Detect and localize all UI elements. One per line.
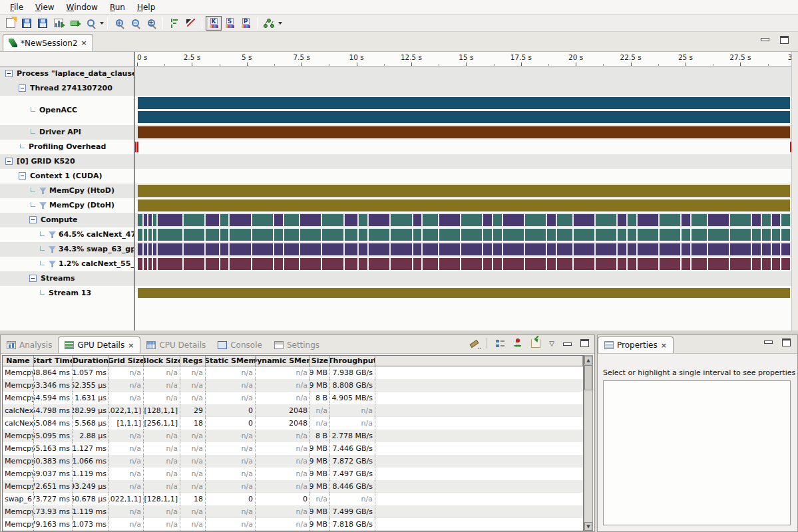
tree-item-label[interactable]: Profiling Overhead	[0, 140, 135, 154]
table-cell[interactable]: Memcpy	[3, 366, 34, 379]
interval-segment[interactable]	[438, 214, 460, 226]
analysis-tree-dropdown[interactable]	[278, 22, 282, 25]
tree-item-label[interactable]: 64.5% calcNext_47_...	[0, 227, 135, 242]
marker-arrow-button[interactable]	[182, 16, 198, 31]
timeline-lane[interactable]	[135, 96, 791, 125]
table-cell[interactable]: Memcpy	[3, 379, 34, 392]
table-cell[interactable]: 154.594 ms	[34, 392, 73, 404]
tab-gpu-details[interactable]: GPU Details×	[58, 336, 140, 353]
table-cell[interactable]: n/a	[144, 505, 180, 518]
table-row[interactable]: Memcpy155.095 ms2.88 µsn/an/an/an/an/a8 …	[3, 430, 583, 442]
menu-view[interactable]: View	[29, 1, 60, 13]
interval-segment[interactable]	[680, 214, 690, 226]
table-cell[interactable]: n/a	[256, 379, 310, 392]
table-cell[interactable]: 155.084 ms	[34, 417, 73, 430]
tree-item-label[interactable]: 1.2% calcNext_55_g...	[0, 257, 135, 271]
table-cell[interactable]: 7.497 GB/s	[330, 467, 375, 480]
table-cell[interactable]: n/a	[144, 430, 180, 442]
tab-cpu-details[interactable]: CPU Details	[140, 336, 212, 353]
column-header[interactable]: Size	[310, 356, 330, 366]
table-cell[interactable]: n/a	[256, 480, 310, 493]
table-cell[interactable]: n/a	[256, 392, 310, 404]
table-cell[interactable]: n/a	[206, 505, 256, 518]
table-cell[interactable]: 155.095 ms	[34, 430, 73, 442]
tree-item-label[interactable]: Compute	[0, 213, 135, 227]
timeline-lane[interactable]	[135, 213, 791, 227]
table-cell[interactable]: n/a	[144, 455, 180, 467]
collapse-icon[interactable]	[5, 70, 13, 77]
interval-segment[interactable]	[616, 214, 626, 226]
table-cell[interactable]: Memcpy	[3, 505, 34, 518]
table-cell[interactable]: n/a	[256, 505, 310, 518]
table-cell[interactable]: n/a	[256, 455, 310, 467]
table-cell[interactable]: n/a	[180, 467, 206, 480]
table-row[interactable]: Memcpy172.651 ms93.249 µsn/an/an/an/an/a…	[3, 480, 583, 493]
tree-item-label[interactable]: MemCpy (HtoD)	[0, 184, 135, 198]
timeline-lane[interactable]	[135, 271, 791, 286]
table-cell[interactable]: n/a	[310, 417, 330, 430]
table-cell[interactable]: [128,1,1]	[144, 493, 180, 505]
table-row[interactable]: Memcpy179.163 ms1.073 msn/an/an/an/an/a9…	[3, 518, 583, 531]
tab-analysis[interactable]: Analysis	[1, 336, 58, 353]
marker-flag-button[interactable]	[166, 16, 182, 31]
interval-bar[interactable]	[138, 126, 790, 138]
table-cell[interactable]: n/a	[206, 366, 256, 379]
tree-item-label[interactable]: Process "laplace_data_clauses 10...	[0, 66, 135, 81]
tree-item-label[interactable]: Stream 13	[0, 286, 135, 301]
tree-item-label[interactable]: Thread 2741307200	[0, 81, 135, 96]
collapse-icon[interactable]	[5, 158, 13, 165]
outline-icon[interactable]	[496, 339, 504, 348]
table-cell[interactable]: Memcpy	[3, 467, 34, 480]
table-cell[interactable]: 9 MB	[310, 379, 330, 392]
table-cell[interactable]: Memcpy	[3, 480, 34, 493]
table-cell[interactable]: n/a	[144, 467, 180, 480]
table-cell[interactable]: 1.073 ms	[73, 518, 109, 531]
new-session-button[interactable]	[3, 16, 19, 31]
timeline-lane[interactable]	[135, 125, 791, 140]
column-header[interactable]: Static SMem	[206, 356, 256, 366]
column-header[interactable]: Start Time	[34, 356, 73, 366]
interval-segment[interactable]	[156, 214, 182, 226]
table-cell[interactable]: n/a	[109, 366, 144, 379]
table-cell[interactable]: 1.127 ms	[73, 442, 109, 455]
interval-segment[interactable]	[343, 214, 358, 226]
table-cell[interactable]: 154.798 ms	[34, 404, 73, 417]
table-cell[interactable]: calcNext	[3, 404, 34, 417]
table-cell[interactable]: 2.88 µs	[73, 430, 109, 442]
table-cell[interactable]: n/a	[256, 430, 310, 442]
column-header[interactable]: Throughput	[330, 356, 375, 366]
interval-segment[interactable]	[751, 214, 761, 226]
interval-segment[interactable]	[572, 214, 594, 226]
filter-icon[interactable]	[49, 231, 56, 238]
table-cell[interactable]: 148.864 ms	[34, 366, 73, 379]
scroll-up-icon[interactable]: ▲	[584, 356, 592, 364]
table-cell[interactable]: 282.99 µs	[73, 404, 109, 417]
examine-dropdown[interactable]	[100, 22, 104, 25]
table-cell[interactable]: n/a	[206, 518, 256, 531]
table-row[interactable]: Memcpy148.864 ms1.057 msn/an/an/an/an/a9…	[3, 366, 583, 379]
examine-button[interactable]	[83, 16, 99, 31]
tree-item-label[interactable]: [0] GRID K520	[0, 154, 135, 169]
menu-window[interactable]: Window	[61, 1, 104, 13]
table-cell[interactable]: n/a	[310, 404, 330, 417]
table-cell[interactable]: 5.568 µs	[73, 417, 109, 430]
filter-icon[interactable]	[39, 188, 47, 194]
column-header[interactable]: Dynamic SMem	[256, 356, 310, 366]
table-cell[interactable]: n/a	[180, 442, 206, 455]
table-cell[interactable]: n/a	[109, 379, 144, 392]
interval-segment[interactable]	[546, 214, 556, 226]
timeline-vertical-scrollbar[interactable]	[791, 52, 798, 331]
interval-bar[interactable]	[138, 185, 790, 197]
tab-console[interactable]: Console	[212, 336, 268, 353]
table-cell[interactable]: 0	[206, 493, 256, 505]
table-cell[interactable]: 9 MB	[310, 518, 330, 531]
scroll-down-icon[interactable]: ▼	[584, 522, 592, 531]
table-row[interactable]: Memcpy153.346 ms62.355 µsn/an/an/an/an/a…	[3, 379, 583, 392]
table-cell[interactable]: 9 MB	[310, 366, 330, 379]
table-cell[interactable]: Memcpy	[3, 442, 34, 455]
tab-close-icon[interactable]: ×	[128, 341, 134, 350]
table-cell[interactable]: n/a	[206, 392, 256, 404]
table-cell[interactable]: 2048	[256, 404, 310, 417]
table-cell[interactable]: 179.163 ms	[34, 518, 73, 531]
show-in-timeline-icon[interactable]	[513, 338, 522, 348]
